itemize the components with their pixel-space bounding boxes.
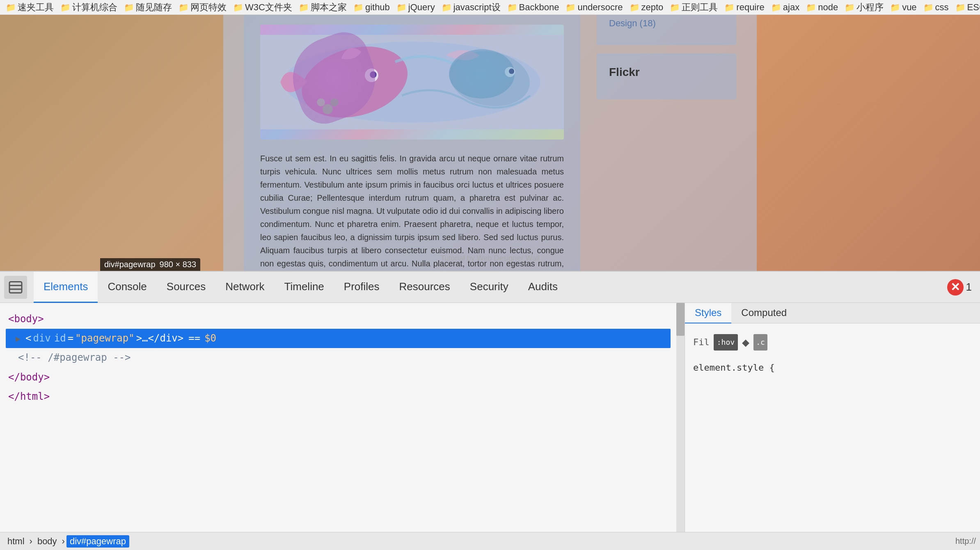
error-count: 1 <box>966 281 972 293</box>
html-line-body: <body> <box>8 309 668 329</box>
bookmark-item[interactable]: 📁javascript设 <box>439 0 503 14</box>
bookmark-item[interactable]: 📁vue <box>888 1 919 14</box>
div-tag-open: < <box>25 330 31 347</box>
element-size: 980 × 833 <box>160 260 197 269</box>
tab-sources[interactable]: Sources <box>157 272 215 303</box>
bookmark-item[interactable]: 📁require <box>722 1 767 14</box>
html-line-comment: <!-- /#pagewrap --> <box>8 348 668 367</box>
div-tag-name: div <box>33 330 50 347</box>
post-image <box>260 25 564 140</box>
svg-rect-11 <box>9 282 22 293</box>
filter-label: Fil <box>693 333 710 351</box>
id-attr-name: id <box>54 330 66 347</box>
styles-tab-styles[interactable]: Styles <box>685 303 731 323</box>
styles-panel: Styles Computed Fil :hov ◆ .c element.st… <box>685 303 980 532</box>
body-close-tag: </body> <box>8 369 50 386</box>
sidebar-column: Sidebar WordPress (3) Design (23) Design… <box>597 15 736 271</box>
flickr-widget: Flickr <box>597 53 736 99</box>
svg-point-9 <box>505 67 515 77</box>
html-tree-panel: <body> < div id = "pagewrap" >…</div> ==… <box>0 303 676 532</box>
tutorial-author-link[interactable]: Web Designer Wall <box>477 254 540 262</box>
diamond-icon: ◆ <box>742 330 749 355</box>
bookmark-item[interactable]: 📁随见随存 <box>121 0 174 14</box>
sidebar-widget: Sidebar WordPress (3) Design (23) Design… <box>597 15 736 45</box>
styles-rule: element.style { <box>693 359 972 377</box>
scrollbar-thumb[interactable] <box>676 303 685 336</box>
error-badge: ✕ 1 <box>947 279 972 296</box>
svg-point-7 <box>317 98 325 106</box>
bookmark-item[interactable]: 📁ES6 <box>953 1 980 14</box>
bookmark-item[interactable]: 📁css <box>921 1 951 14</box>
devtools-panel: Elements Console Sources Network Timelin… <box>0 271 980 550</box>
eq-operator: == <box>188 330 200 347</box>
website-container: Just a Post Title May 8, 2011 in Categor… <box>100 15 880 271</box>
bookmark-item[interactable]: 📁undersocre <box>563 1 625 14</box>
breadcrumb-body[interactable]: body <box>34 535 60 548</box>
styles-tab-bar: Styles Computed <box>685 303 980 323</box>
tab-console[interactable]: Console <box>98 272 156 303</box>
svg-point-10 <box>509 69 514 74</box>
svg-point-4 <box>370 71 376 78</box>
bookmark-item[interactable]: 📁node <box>804 1 840 14</box>
breadcrumb-url: http:// <box>955 536 976 546</box>
body-tag: <body> <box>8 310 44 328</box>
breadcrumb-pagewrap[interactable]: div#pagewrap <box>66 535 129 548</box>
page-content: Just a Post Title May 8, 2011 in Categor… <box>223 15 757 271</box>
html-line-pagewrap[interactable]: < div id = "pagewrap" >…</div> == $0 <box>6 329 671 348</box>
tab-audits[interactable]: Audits <box>518 272 568 303</box>
devtools-breadcrumb: html › body › div#pagewrap http:// <box>0 532 980 550</box>
html-line-html-close: </html> <box>8 387 668 406</box>
browser-viewport: Just a Post Title May 8, 2011 in Categor… <box>0 15 980 271</box>
tutorial-credit: Tutorial by Web Designer Wall <box>440 254 539 263</box>
styles-tab-computed[interactable]: Computed <box>731 303 797 323</box>
tab-resources[interactable]: Resources <box>389 272 460 303</box>
post-body: Fusce ut sem est. In eu sagittis felis. … <box>260 152 564 271</box>
panel-icon <box>8 280 23 295</box>
svg-point-1 <box>284 41 540 122</box>
id-attr-value: "pagewrap" <box>75 330 135 347</box>
hover-badge[interactable]: :hov <box>714 334 738 351</box>
comment-tag: <!-- /#pagewrap --> <box>18 349 131 367</box>
tab-security[interactable]: Security <box>460 272 518 303</box>
tab-elements[interactable]: Elements <box>34 272 98 303</box>
html-close-tag: </html> <box>8 388 50 406</box>
bookmark-item[interactable]: 📁速夹工具 <box>3 0 56 14</box>
dollar-zero: $0 <box>204 330 216 347</box>
bookmark-item[interactable]: 📁计算机综合 <box>58 0 120 14</box>
tab-timeline[interactable]: Timeline <box>275 272 334 303</box>
bookmark-item[interactable]: 📁脚本之家 <box>296 0 349 14</box>
bookmark-item[interactable]: 📁小程序 <box>842 0 886 14</box>
bookmark-item[interactable]: 📁zepto <box>627 1 666 14</box>
bookmark-item[interactable]: 📁正则工具 <box>667 0 720 14</box>
svg-point-5 <box>323 104 333 114</box>
flickr-title: Flickr <box>609 66 724 79</box>
post-image-svg <box>260 25 564 140</box>
element-indicator: div#pagewrap 980 × 833 <box>100 258 200 271</box>
devtools-tab-bar: Elements Console Sources Network Timelin… <box>0 272 980 303</box>
styles-content: Fil :hov ◆ .c element.style { <box>685 323 980 383</box>
html-line-body-close: </body> <box>8 368 668 387</box>
bookmark-item[interactable]: 📁Backbone <box>505 1 562 14</box>
bookmark-item[interactable]: 📁网页特效 <box>176 0 229 14</box>
sidebar-link-design2[interactable]: Design (18) <box>609 18 724 29</box>
svg-point-6 <box>330 98 339 106</box>
breadcrumb-html[interactable]: html <box>4 535 28 548</box>
error-icon: ✕ <box>947 279 964 296</box>
css-dot-badge[interactable]: .c <box>753 334 767 351</box>
devtools-panel-toggle[interactable] <box>4 276 27 299</box>
main-post: Just a Post Title May 8, 2011 in Categor… <box>244 15 580 271</box>
expand-arrow[interactable] <box>16 331 24 346</box>
html-tree-scrollbar[interactable] <box>676 303 685 532</box>
element-tag-name: div#pagewrap <box>104 260 156 269</box>
tag-rest: >…</div> <box>136 330 184 347</box>
styles-filter-row: Fil :hov ◆ .c <box>693 330 972 355</box>
devtools-content: <body> < div id = "pagewrap" >…</div> ==… <box>0 303 980 532</box>
eq-sign: = <box>68 330 73 347</box>
bookmark-item[interactable]: 📁ajax <box>769 1 802 14</box>
tab-network[interactable]: Network <box>215 272 274 303</box>
bookmark-item[interactable]: 📁github <box>351 1 392 14</box>
bookmark-item[interactable]: 📁jQuery <box>394 1 437 14</box>
tab-profiles[interactable]: Profiles <box>334 272 389 303</box>
bookmark-item[interactable]: 📁W3C文件夹 <box>231 0 295 14</box>
bookmarks-bar: (function() { const data = JSON.parse(do… <box>0 0 980 15</box>
